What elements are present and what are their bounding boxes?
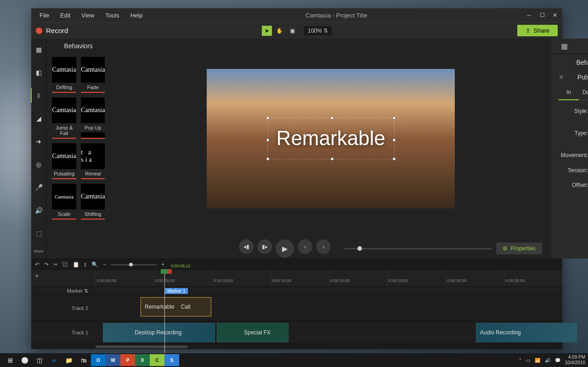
zoom-out-button[interactable]: − (103, 261, 106, 268)
clip-remarkable[interactable]: Remarkable Call (141, 297, 211, 316)
close-button[interactable]: ✕ (551, 11, 559, 19)
prev-frame-button[interactable]: ◂▮ (239, 239, 254, 254)
wifi-icon[interactable]: 📶 (535, 358, 540, 363)
behavior-fade[interactable]: Camtasia Fade (81, 57, 105, 93)
edge-icon[interactable]: e (47, 354, 62, 366)
timeline-ruler[interactable]: + 0:00:00;00 0:00:05;00 0:00:10;00 0:00:… (31, 270, 562, 287)
ruler-tick: 0:00:35;00 (504, 270, 562, 286)
next-clip-button[interactable]: › (316, 239, 331, 254)
behavior-shifting[interactable]: Camtasia Shifting (81, 184, 105, 220)
toolbar: Record ➤ ✋ ▣ 100% ⇅ ⇧ Share (31, 22, 562, 39)
menu-file[interactable]: File (35, 10, 54, 21)
share-button[interactable]: ⇧ Share (517, 25, 558, 36)
cut-button[interactable]: ✂ (53, 261, 58, 268)
remove-behavior-icon[interactable]: ✕ (559, 73, 564, 81)
menu-help[interactable]: Help (126, 10, 147, 21)
battery-icon[interactable]: ▭ (526, 358, 530, 363)
split-button[interactable]: ⫿ (84, 261, 87, 268)
pointer-tool[interactable]: ➤ (262, 26, 272, 36)
behavior-popup[interactable]: Camtasia Pop Up (81, 97, 105, 139)
redo-button[interactable]: ↷ (44, 261, 49, 268)
share-icon: ⇧ (526, 27, 531, 34)
behavior-reveal[interactable]: t a sia Reveal (81, 143, 105, 179)
snagit-icon[interactable]: S (164, 354, 179, 366)
timing-tab-in[interactable]: In (559, 85, 579, 100)
zoom-slider[interactable] (111, 264, 157, 265)
canvas-text[interactable]: Remarkable (277, 127, 385, 150)
menu-view[interactable]: View (77, 10, 99, 21)
paste-button[interactable]: 📋 (73, 261, 79, 268)
media-bin-icon[interactable]: ▦ (31, 42, 46, 57)
canvas-content[interactable]: Remarkable (207, 69, 455, 209)
props-title: Behaviors (559, 59, 588, 66)
volume-icon[interactable]: 🔊 (545, 358, 550, 363)
transitions-icon[interactable]: ➜ (31, 134, 46, 149)
voice-icon[interactable]: 🎤 (31, 180, 46, 195)
outlook-icon[interactable]: O (91, 354, 106, 366)
marker-track: Marker ⇅ Marker 1 (31, 287, 562, 295)
store-icon[interactable]: 🛍 (76, 354, 91, 366)
behavior-jump-fall[interactable]: Camtasia Jump & Fall (52, 97, 76, 139)
powerpoint-icon[interactable]: P (120, 354, 135, 366)
record-button[interactable]: Record (36, 27, 68, 34)
next-frame-button[interactable]: ▮▸ (257, 239, 272, 254)
excel-icon[interactable]: X (135, 354, 150, 366)
notifications-icon[interactable]: 💬 (555, 358, 560, 363)
maximize-button[interactable]: ☐ (538, 11, 546, 19)
menu-tools[interactable]: Tools (101, 10, 124, 21)
annotations-icon[interactable]: ◢ (31, 111, 46, 126)
movement-label: Movement: (559, 152, 588, 158)
zoom-in-button[interactable]: + (161, 261, 164, 268)
audio-icon[interactable]: 🔊 (31, 203, 46, 218)
explorer-icon[interactable]: 📁 (62, 354, 76, 366)
behaviors-icon[interactable]: ⫴ (31, 88, 45, 103)
search-button[interactable]: ⚪ (17, 354, 32, 366)
start-button[interactable]: ⊞ (3, 354, 17, 366)
timing-tab-during[interactable]: During (579, 85, 588, 100)
system-clock[interactable]: 4:09 PM 10/4/2016 (565, 355, 586, 366)
word-icon[interactable]: W (106, 354, 120, 366)
play-button[interactable]: ▶ (276, 239, 294, 258)
minimize-button[interactable]: ─ (526, 11, 533, 19)
crop-tool[interactable]: ▣ (288, 26, 298, 36)
undo-button[interactable]: ↶ (35, 261, 40, 268)
clip-audio-recording[interactable]: Audio Recording (476, 323, 577, 342)
clip-special-fx[interactable]: Special FX (217, 323, 288, 342)
selection-handles[interactable] (267, 118, 395, 159)
library-icon[interactable]: ◧ (31, 65, 46, 80)
track-1-label: Track 1 (31, 330, 96, 335)
playback-controls: ◂▮ ▮▸ ▶ ‹ › ⚙ Properties (110, 238, 551, 259)
add-track-button[interactable]: + (35, 272, 39, 279)
timeline-scrollbar[interactable] (96, 345, 187, 348)
more-label[interactable]: More (34, 249, 44, 254)
props-tab-video[interactable]: ▦ (551, 39, 577, 54)
tray-up-icon[interactable]: ˄ (519, 358, 521, 363)
canvas-viewport[interactable]: Remarkable (110, 39, 551, 238)
props-tab-text[interactable]: a (577, 39, 588, 54)
camtasia-icon[interactable]: C (150, 354, 164, 366)
copy-button[interactable]: ⿻ (62, 261, 68, 268)
volume-slider[interactable] (345, 248, 492, 249)
props-subtitle: ✕ Pulsating (559, 73, 588, 81)
hand-tool[interactable]: ✋ (275, 26, 285, 36)
clip-desktop-recording[interactable]: Desktop Recording (103, 323, 215, 342)
tension-label: Tension: (559, 167, 588, 174)
prev-clip-button[interactable]: ‹ (298, 239, 312, 254)
behavior-drifting[interactable]: Camtasia Drifting (52, 57, 76, 93)
behavior-pulsating[interactable]: Camtasia Pulsating (52, 143, 76, 179)
zoom-tool[interactable]: 🔍 (91, 261, 98, 268)
playhead[interactable]: 0:00:05;12 (164, 270, 165, 358)
canvas-area: Remarkable (110, 39, 551, 259)
ruler-tick: 0:00:10;00 (212, 270, 271, 286)
behavior-scale[interactable]: Camtasia Scale (52, 184, 76, 220)
ruler-tick: 0:00:30;00 (446, 270, 504, 286)
marker-1[interactable]: Marker 1 (164, 288, 188, 294)
style-label: Style: (559, 108, 588, 114)
properties-button[interactable]: ⚙ Properties (496, 243, 542, 254)
cursor-fx-icon[interactable]: ⬚ (31, 226, 46, 241)
menu-edit[interactable]: Edit (56, 10, 75, 21)
offset-label: Offset: (559, 182, 588, 188)
zoom-level[interactable]: 100% ⇅ (304, 26, 332, 35)
task-view-button[interactable]: ◫ (32, 354, 47, 366)
animations-icon[interactable]: ◎ (31, 157, 46, 172)
